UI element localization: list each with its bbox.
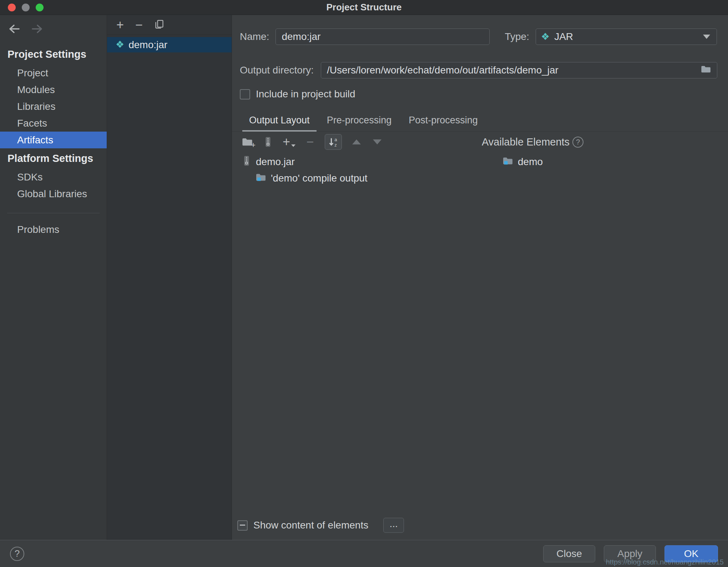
show-content-label: Show content of elements: [253, 520, 368, 531]
plus-badge-icon: +: [251, 141, 256, 150]
output-directory-label: Output directory:: [240, 65, 314, 76]
type-label: Type:: [505, 31, 529, 42]
available-elements-label: Available Elements: [482, 136, 570, 148]
svg-text:z: z: [334, 142, 337, 148]
tab-post-processing[interactable]: Post-processing: [400, 111, 486, 131]
project-structure-dialog: Project Structure Project Sett: [0, 0, 728, 567]
titlebar: Project Structure: [0, 0, 728, 15]
available-elements-tree: demo: [502, 154, 543, 170]
artifact-tabs: Output Layout Pre-processing Post-proces…: [232, 111, 728, 132]
sidebar-item-facets[interactable]: Facets: [0, 115, 107, 132]
forward-icon[interactable]: [31, 24, 44, 36]
module-folder-icon: [502, 156, 513, 168]
sort-elements-toggle[interactable]: a z: [325, 134, 342, 150]
name-input[interactable]: demo:jar: [275, 29, 490, 45]
history-nav: [0, 21, 107, 44]
show-content-row: Show content of elements ...: [232, 518, 728, 540]
tree-item-label: demo.jar: [256, 156, 295, 168]
artifact-detail-panel: Name: demo:jar Type: ❖ JAR Output direct…: [232, 15, 728, 540]
artifact-list-toolbar: + −: [107, 15, 232, 35]
copy-artifact-icon[interactable]: [154, 19, 164, 31]
help-circle-icon[interactable]: ?: [572, 137, 583, 148]
close-button[interactable]: Close: [543, 545, 595, 562]
artifact-icon: ❖: [116, 40, 124, 50]
dialog-content: Project Settings Project Modules Librari…: [0, 15, 728, 540]
remove-artifact-icon[interactable]: −: [135, 19, 143, 31]
sidebar-item-libraries[interactable]: Libraries: [0, 98, 107, 115]
tab-output-layout[interactable]: Output Layout: [241, 111, 318, 131]
remove-element-icon[interactable]: −: [304, 136, 316, 148]
dialog-footer: ? Close Apply OK https://blog.csdn.net/h…: [0, 540, 728, 567]
include-in-build-checkbox[interactable]: [240, 89, 250, 99]
move-up-icon[interactable]: [350, 139, 363, 144]
sidebar-item-global-libraries[interactable]: Global Libraries: [0, 185, 107, 202]
compile-output-folder-icon: [256, 173, 266, 184]
sidebar-item-artifacts[interactable]: Artifacts: [0, 132, 107, 148]
sidebar-item-modules[interactable]: Modules: [0, 81, 107, 98]
tab-pre-processing[interactable]: Pre-processing: [318, 111, 400, 131]
output-directory-input[interactable]: /Users/loren/work/echat/demo/out/artifac…: [321, 62, 717, 78]
svg-text:a: a: [334, 137, 337, 142]
project-settings-header: Project Settings: [0, 44, 107, 65]
help-button[interactable]: ?: [10, 547, 24, 561]
chevron-down-icon: [703, 35, 710, 39]
artifact-list-item-demo-jar[interactable]: ❖ demo:jar: [107, 37, 232, 52]
window-title: Project Structure: [0, 2, 728, 13]
sidebar-item-project[interactable]: Project: [0, 65, 107, 81]
tree-item-label: demo: [518, 156, 543, 168]
zoom-window-button[interactable]: [36, 4, 44, 11]
platform-settings-header: Platform Settings: [0, 148, 107, 169]
create-archive-icon[interactable]: [262, 137, 274, 147]
tree-item-label: 'demo' compile output: [271, 173, 368, 184]
settings-sidebar: Project Settings Project Modules Librari…: [0, 15, 107, 540]
output-directory-value: /Users/loren/work/echat/demo/out/artifac…: [327, 65, 696, 76]
sidebar-divider: [7, 213, 100, 213]
artifact-list-panel: + − ❖ demo:jar: [107, 15, 232, 540]
back-icon[interactable]: [8, 24, 21, 36]
tree-row-compile-output[interactable]: 'demo' compile output: [232, 170, 728, 187]
type-dropdown[interactable]: ❖ JAR: [536, 29, 717, 45]
show-content-checkbox[interactable]: [237, 520, 248, 531]
name-type-row: Name: demo:jar Type: ❖ JAR: [232, 29, 728, 45]
create-directory-icon[interactable]: +: [241, 137, 253, 147]
layout-trees-area: demo.jar 'demo' compile output: [232, 152, 728, 518]
add-artifact-icon[interactable]: +: [116, 19, 124, 31]
type-value: JAR: [554, 31, 573, 42]
output-layout-toolbar: + + −: [232, 132, 728, 152]
tree-row-demo-jar[interactable]: demo.jar: [232, 154, 728, 170]
watermark-text: https://blog.csdn.net/huangzhilin2015: [606, 558, 724, 566]
include-in-build-label: Include in project build: [256, 88, 355, 100]
move-down-icon[interactable]: [371, 139, 383, 144]
browse-folder-icon[interactable]: [701, 65, 711, 76]
add-element-icon[interactable]: +: [283, 136, 295, 148]
tree-row-demo-module[interactable]: demo: [502, 154, 543, 170]
name-value: demo:jar: [282, 31, 320, 42]
more-options-button[interactable]: ...: [383, 518, 404, 533]
caret-down-icon: [291, 144, 295, 147]
jar-type-icon: ❖: [541, 32, 550, 42]
name-label: Name:: [240, 31, 269, 42]
output-directory-row: Output directory: /Users/loren/work/echa…: [232, 62, 728, 78]
artifact-item-label: demo:jar: [128, 39, 167, 51]
include-in-build-row: Include in project build: [232, 88, 728, 100]
available-elements-header: Available Elements ?: [482, 132, 583, 152]
sidebar-item-problems[interactable]: Problems: [0, 221, 107, 238]
jar-file-icon: [242, 155, 251, 169]
window-controls: [8, 0, 44, 15]
close-window-button[interactable]: [8, 4, 16, 11]
sidebar-item-sdks[interactable]: SDKs: [0, 169, 107, 185]
minimize-window-button[interactable]: [22, 4, 30, 11]
